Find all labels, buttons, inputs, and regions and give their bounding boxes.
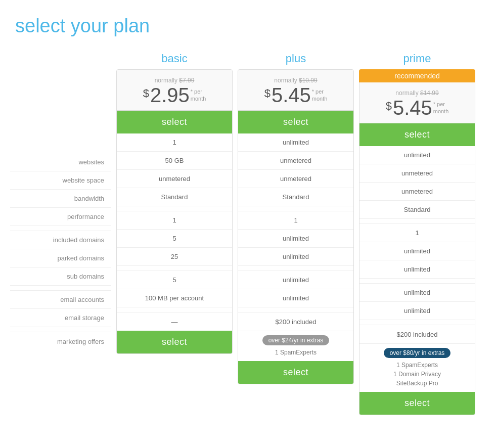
plans-container: websites website space bandwidth perform…: [10, 52, 486, 415]
plan-basic: basic normally $7.99 $ 2.95 * permonth s…: [116, 52, 233, 354]
feature-performance: performance: [10, 208, 111, 226]
prime-row-parked-domains: unlimited: [359, 242, 475, 260]
basic-row-email-storage: 100 MB per account: [117, 289, 232, 307]
plan-basic-select-top[interactable]: select: [117, 111, 232, 133]
plan-plus-header: plus: [238, 52, 354, 65]
basic-row-bandwidth: unmetered: [117, 170, 232, 188]
plan-plus-name: plus: [238, 52, 354, 65]
page-title: select your plan: [10, 15, 486, 37]
prime-row-bandwidth: unmetered: [359, 183, 475, 201]
plan-plus-extras-badge: over $24/yr in extras: [262, 335, 330, 345]
basic-row-marketing: —: [117, 312, 232, 331]
plus-row-bandwidth: unmetered: [238, 170, 353, 188]
plan-prime-data-rows: unlimited unmetered unmetered Standard 1…: [359, 146, 475, 343]
plan-basic-header: basic: [116, 52, 233, 65]
prime-extras-item-1: 1 Domain Privacy: [363, 370, 472, 379]
plan-prime-box: normally $14.99 $ 5.45 * permonth select…: [359, 82, 475, 415]
feature-spacer-2: [10, 286, 111, 291]
plan-prime-header: prime: [359, 52, 475, 65]
basic-row-website-space: 50 GB: [117, 152, 232, 170]
feature-email-storage: email storage: [10, 309, 111, 327]
plan-prime-select-top[interactable]: select: [359, 123, 475, 146]
plan-plus-normally: normally $10.99: [243, 77, 348, 84]
plan-plus-select-bottom[interactable]: select: [238, 361, 353, 384]
plan-prime-extras-badge: over $80/yr in extras: [384, 348, 451, 358]
plan-plus-select-top[interactable]: select: [238, 111, 353, 133]
plan-prime-recommended: recommended: [359, 69, 475, 82]
prime-spacer-1: [359, 219, 475, 224]
prime-row-sub-domains: unlimited: [359, 260, 475, 279]
plan-plus-price-area: normally $10.99 $ 5.45 * permonth: [238, 70, 353, 111]
prime-row-website-space: unmetered: [359, 164, 475, 183]
plan-basic-price-value: 2.95: [150, 85, 190, 105]
plan-plus-data-rows: unlimited unmetered unmetered Standard 1…: [238, 133, 353, 331]
plus-spacer-3: [238, 307, 353, 312]
plan-prime-dollar: $: [386, 100, 392, 113]
basic-row-included-domains: 1: [117, 211, 232, 230]
plan-basic-dollar: $: [143, 87, 149, 100]
prime-row-email-storage: unlimited: [359, 302, 475, 320]
plan-plus: plus normally $10.99 $ 5.45 * permonth s…: [238, 52, 354, 384]
plan-basic-box: normally $7.99 $ 2.95 * permonth select …: [116, 69, 233, 354]
plan-basic-name: basic: [116, 52, 233, 65]
feature-included-domains: included domains: [10, 231, 111, 249]
basic-row-parked-domains: 5: [117, 230, 232, 248]
plan-plus-per-month: * permonth: [312, 88, 328, 103]
plan-plus-box: normally $10.99 $ 5.45 * permonth select…: [238, 69, 354, 384]
plan-basic-price-main: $ 2.95 * permonth: [122, 85, 227, 105]
plan-prime-price-value: 5.45: [393, 98, 432, 118]
feature-sub-domains: sub domains: [10, 267, 111, 286]
features-column: websites website space bandwidth perform…: [10, 52, 111, 350]
basic-row-sub-domains: 25: [117, 248, 232, 266]
feature-websites: websites: [10, 153, 111, 171]
plan-basic-per-month: * permonth: [191, 88, 206, 103]
feature-spacer-3: [10, 327, 111, 332]
plan-plus-dollar: $: [264, 87, 270, 100]
plan-prime-per-month: * permonth: [433, 101, 449, 115]
plan-basic-select-bottom[interactable]: select: [117, 331, 232, 353]
plan-prime-original-price: $14.99: [420, 89, 439, 97]
basic-row-websites: 1: [117, 133, 232, 152]
plan-basic-data-rows: 1 50 GB unmetered Standard 1 5 25 5 100 …: [117, 133, 232, 331]
plan-basic-original-price: $7.99: [179, 77, 194, 84]
basic-row-performance: Standard: [117, 188, 232, 206]
plan-prime-price-main: $ 5.45 * permonth: [365, 98, 470, 118]
plus-row-email-accounts: unlimited: [238, 271, 353, 289]
plan-plus-original-price: $10.99: [299, 77, 318, 84]
plan-prime-name: prime: [359, 52, 475, 65]
feature-parked-domains: parked domains: [10, 249, 111, 267]
prime-extras-item-0: 1 SpamExperts: [363, 361, 472, 370]
prime-row-email-accounts: unlimited: [359, 284, 475, 302]
plus-spacer-2: [238, 266, 353, 271]
plus-row-included-domains: 1: [238, 211, 353, 230]
plus-spacer-1: [238, 206, 353, 211]
feature-email-accounts: email accounts: [10, 291, 111, 309]
basic-spacer-1: [117, 206, 232, 211]
plus-row-email-storage: unlimited: [238, 289, 353, 307]
feature-website-space: website space: [10, 171, 111, 190]
prime-row-marketing: $200 included: [359, 325, 475, 343]
basic-spacer-2: [117, 266, 232, 271]
plan-basic-normally: normally $7.99: [122, 77, 227, 84]
plus-row-performance: Standard: [238, 188, 353, 206]
basic-spacer-3: [117, 307, 232, 312]
feature-spacer-1: [10, 226, 111, 231]
plan-prime-select-bottom[interactable]: select: [359, 392, 475, 415]
plus-extras-item-0: 1 SpamExperts: [241, 348, 350, 357]
prime-extras-item-2: SiteBackup Pro: [363, 379, 472, 388]
plan-prime-normally: normally $14.99: [365, 89, 470, 97]
prime-spacer-3: [359, 320, 475, 325]
feature-bandwidth: bandwidth: [10, 190, 111, 208]
plan-plus-price-value: 5.45: [272, 85, 311, 105]
plan-basic-price-area: normally $7.99 $ 2.95 * permonth: [117, 70, 232, 111]
plan-plus-price-main: $ 5.45 * permonth: [243, 85, 348, 105]
prime-row-websites: unlimited: [359, 146, 475, 164]
prime-row-performance: Standard: [359, 201, 475, 219]
plus-row-sub-domains: unlimited: [238, 248, 353, 266]
plus-row-marketing: $200 included: [238, 312, 353, 331]
plan-prime: prime recommended normally $14.99 $ 5.45…: [359, 52, 475, 415]
plus-row-parked-domains: unlimited: [238, 230, 353, 248]
basic-row-email-accounts: 5: [117, 271, 232, 289]
feature-marketing-offers: marketing offers: [10, 332, 111, 350]
plan-prime-price-area: normally $14.99 $ 5.45 * permonth: [359, 82, 475, 123]
